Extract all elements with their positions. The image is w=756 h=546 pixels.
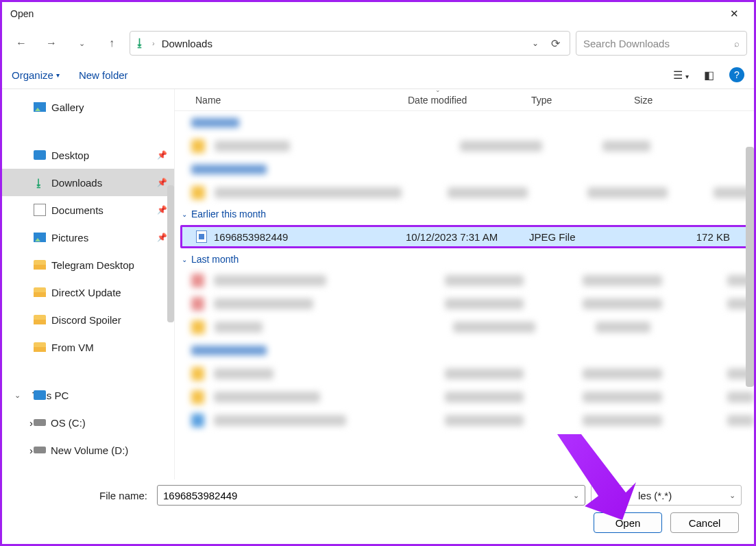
view-menu[interactable]: ☰ ▾ (673, 69, 689, 82)
pin-icon: 📌 (157, 233, 167, 242)
jpeg-file-icon (196, 230, 207, 243)
pin-icon: 📌 (157, 150, 167, 160)
new-folder-button[interactable]: New folder (79, 69, 128, 81)
download-icon: ⭳ (34, 177, 46, 189)
file-size: 172 KB (632, 231, 746, 243)
forward-button[interactable]: → (39, 31, 64, 56)
picture-icon (34, 233, 46, 242)
pc-icon (34, 390, 46, 400)
up-button[interactable]: ↑ (99, 31, 124, 56)
cancel-button[interactable]: Cancel (670, 512, 739, 533)
chevron-down-icon[interactable]: ⌄ (573, 491, 579, 500)
download-icon: ⭳ (134, 37, 145, 49)
search-input[interactable]: Search Downloads ⌕ (576, 31, 747, 56)
file-date: 10/12/2023 7:31 AM (406, 231, 529, 243)
col-header-date[interactable]: Date modified (408, 95, 531, 106)
chevron-right-icon: › (152, 39, 155, 47)
recent-locations-button[interactable]: ⌄ (69, 31, 94, 56)
sidebar-item-folder[interactable]: DirectX Update (2, 278, 174, 306)
sidebar-item-pictures[interactable]: Pictures 📌 (2, 224, 174, 251)
title-bar: Open ✕ (2, 2, 754, 25)
folder-icon (34, 315, 46, 324)
file-name: 1696853982449 (214, 231, 288, 243)
list-item (175, 158, 754, 181)
list-item (175, 181, 754, 204)
scrollbar[interactable] (746, 147, 754, 387)
chevron-down-icon: ▾ (56, 71, 60, 79)
list-item (175, 134, 754, 158)
column-headers: Name Date modified Type Size (175, 89, 754, 111)
col-header-name[interactable]: Name (175, 95, 408, 106)
document-icon (34, 204, 46, 216)
refresh-icon[interactable]: ⟳ (551, 37, 560, 50)
path-segment[interactable]: Downloads (162, 38, 212, 49)
scrollbar[interactable] (167, 89, 174, 479)
file-type-filter[interactable]: les (*.*) ⌄ (591, 485, 742, 506)
file-row-selected[interactable]: 1696853982449 10/12/2023 7:31 AM JPEG Fi… (180, 225, 748, 248)
chevron-down-icon: ⌄ (729, 491, 735, 500)
list-item (175, 362, 754, 385)
command-bar: Organize ▾ New folder ☰ ▾ ◧ ? (2, 61, 754, 88)
list-item (175, 316, 754, 339)
sidebar-item-folder[interactable]: Telegram Desktop (2, 251, 174, 278)
window-title: Open (10, 8, 34, 19)
search-placeholder: Search Downloads (583, 38, 670, 49)
folder-icon (34, 342, 46, 352)
nav-toolbar: ← → ⌄ ↑ ⭳ › Downloads ⌄ ⟳ Search Downloa… (2, 25, 754, 61)
address-bar[interactable]: ⭳ › Downloads ⌄ ⟳ (130, 31, 570, 56)
sidebar-item-documents[interactable]: Documents 📌 (2, 196, 174, 224)
desktop-icon (34, 150, 46, 160)
pin-icon: 📌 (157, 178, 167, 187)
list-item (175, 111, 754, 134)
sidebar-item-folder[interactable]: From VM (2, 333, 174, 361)
folder-icon (34, 287, 46, 297)
sidebar-item-folder[interactable]: Discord Spoiler (2, 306, 174, 333)
list-item (175, 292, 754, 316)
list-item (175, 385, 754, 409)
file-name-input[interactable]: 1696853982449 ⌄ (157, 485, 585, 506)
group-header-last-month[interactable]: ⌄ Last month (175, 250, 754, 269)
back-button[interactable]: ← (9, 31, 34, 56)
organize-menu[interactable]: Organize ▾ (12, 69, 60, 81)
file-type: JPEG File (529, 231, 632, 243)
drive-icon (34, 447, 46, 453)
file-list-pane: ⌄ Name Date modified Type Size ⌄ Earlier… (175, 89, 754, 479)
file-name-label: File name: (14, 490, 151, 501)
dialog-footer: File name: 1696853982449 ⌄ les (*.*) ⌄ O… (2, 479, 754, 544)
group-header-earlier-this-month[interactable]: ⌄ Earlier this month (175, 204, 754, 224)
gallery-icon (34, 102, 46, 112)
help-icon[interactable]: ? (729, 67, 744, 82)
pin-icon: 📌 (157, 205, 167, 215)
chevron-down-icon: ⌄ (182, 256, 187, 263)
navigation-pane: Gallery Desktop 📌 ⭳ Downloads 📌 Document… (2, 89, 175, 479)
list-item (175, 339, 754, 362)
list-item (175, 409, 754, 432)
list-item (175, 269, 754, 292)
folder-icon (34, 260, 46, 270)
sidebar-item-this-pc[interactable]: ⌄ This PC (2, 381, 174, 409)
sidebar-item-desktop[interactable]: Desktop 📌 (2, 141, 174, 169)
sidebar-item-drive[interactable]: › OS (C:) (2, 409, 174, 436)
sidebar-item-downloads[interactable]: ⭳ Downloads 📌 (2, 169, 174, 196)
sort-indicator-icon: ⌄ (435, 89, 441, 93)
col-header-type[interactable]: Type (531, 95, 634, 106)
chevron-down-icon[interactable]: ⌄ (14, 391, 21, 400)
chevron-right-icon[interactable]: › (29, 444, 33, 456)
chevron-right-icon[interactable]: › (29, 417, 33, 429)
drive-icon (34, 419, 46, 426)
chevron-down-icon[interactable]: ⌄ (532, 38, 539, 48)
search-icon: ⌕ (734, 38, 740, 49)
preview-pane-toggle[interactable]: ◧ (704, 69, 714, 82)
sidebar-item-gallery[interactable]: Gallery (2, 93, 174, 121)
chevron-down-icon: ⌄ (182, 211, 187, 218)
sidebar-item-drive[interactable]: › New Volume (D:) (2, 436, 174, 464)
open-button[interactable]: Open (594, 512, 662, 533)
close-icon[interactable]: ✕ (723, 3, 746, 24)
col-header-size[interactable]: Size (634, 95, 754, 106)
